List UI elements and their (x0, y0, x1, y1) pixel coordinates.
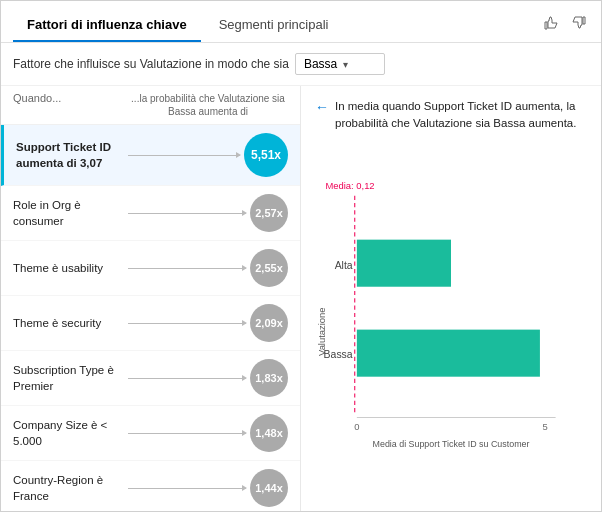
col-prob-header: ...la probabilità che Valutazione sia Ba… (128, 92, 288, 118)
col-when-header: Quando... (13, 92, 128, 118)
x-tick-0: 0 (354, 421, 359, 432)
factor-bar-area: 1,83x (128, 359, 288, 397)
chart-area: Media: 0,12 Valutazione Alta Bassa (315, 143, 587, 500)
factor-row[interactable]: Support Ticket ID aumenta di 3,075,51x (1, 125, 300, 186)
x-tick-5: 5 (543, 421, 548, 432)
factor-badge: 2,09x (250, 304, 288, 342)
factor-bar-area: 5,51x (128, 133, 288, 177)
thumbdown-icon[interactable] (569, 13, 589, 33)
tab-fattori[interactable]: Fattori di influenza chiave (13, 9, 201, 42)
factor-row[interactable]: Country-Region è France1,44x (1, 461, 300, 511)
bassa-label: Bassa (324, 348, 353, 359)
factor-badge: 1,48x (250, 414, 288, 452)
factor-name: Company Size è < 5.000 (13, 417, 128, 449)
tooltip-header: ← In media quando Support Ticket ID aume… (315, 98, 587, 133)
back-arrow-icon[interactable]: ← (315, 99, 329, 115)
factor-line (128, 433, 246, 434)
factor-name: Country-Region è France (13, 472, 128, 504)
tooltip-text: In media quando Support Ticket ID aument… (335, 98, 587, 133)
column-headers: Quando... ...la probabilità che Valutazi… (1, 86, 300, 125)
x-axis-label: Media di Support Ticket ID su Customer (373, 438, 530, 448)
factor-badge: 2,57x (250, 194, 288, 232)
factor-bar-area: 2,55x (128, 249, 288, 287)
thumbup-icon[interactable] (541, 13, 561, 33)
filter-select[interactable]: Bassa ▾ (295, 53, 385, 75)
chevron-down-icon: ▾ (343, 59, 348, 70)
chart-svg: Media: 0,12 Valutazione Alta Bassa (315, 143, 587, 500)
filter-value: Bassa (304, 57, 337, 71)
main-container: Fattori di influenza chiave Segmenti pri… (0, 0, 602, 512)
alta-label: Alta (335, 259, 353, 270)
bar-bassa (357, 329, 540, 376)
factor-bar-area: 1,44x (128, 469, 288, 507)
factor-line (128, 378, 246, 379)
factor-line (128, 268, 246, 269)
factor-name: Theme è usability (13, 260, 128, 276)
factor-name: Support Ticket ID aumenta di 3,07 (16, 139, 128, 171)
factor-badge: 1,44x (250, 469, 288, 507)
filter-row: Fattore che influisce su Valutazione in … (1, 43, 601, 86)
factor-row[interactable]: Theme è security2,09x (1, 296, 300, 351)
header: Fattori di influenza chiave Segmenti pri… (1, 1, 601, 43)
filter-label: Fattore che influisce su Valutazione in … (13, 57, 289, 71)
factor-name: Subscription Type è Premier (13, 362, 128, 394)
media-label: Media: 0,12 (325, 180, 374, 191)
factor-row[interactable]: Company Size è < 5.0001,48x (1, 406, 300, 461)
factor-bar-area: 1,48x (128, 414, 288, 452)
factor-row[interactable]: Subscription Type è Premier1,83x (1, 351, 300, 406)
factor-name: Theme è security (13, 315, 128, 331)
right-panel: ← In media quando Support Ticket ID aume… (301, 86, 601, 511)
factor-name: Role in Org è consumer (13, 197, 128, 229)
factor-badge: 1,83x (250, 359, 288, 397)
factor-bar-area: 2,09x (128, 304, 288, 342)
factor-row[interactable]: Theme è usability2,55x (1, 241, 300, 296)
left-panel: Quando... ...la probabilità che Valutazi… (1, 86, 301, 511)
main-content: Quando... ...la probabilità che Valutazi… (1, 86, 601, 511)
factor-list: Support Ticket ID aumenta di 3,075,51xRo… (1, 125, 300, 511)
factor-line (128, 323, 246, 324)
header-icons (541, 13, 589, 39)
factor-line (128, 155, 240, 156)
factor-line (128, 488, 246, 489)
bar-alta (357, 239, 451, 286)
tab-segmenti[interactable]: Segmenti principali (205, 9, 343, 42)
factor-badge: 5,51x (244, 133, 288, 177)
factor-row[interactable]: Role in Org è consumer2,57x (1, 186, 300, 241)
factor-bar-area: 2,57x (128, 194, 288, 232)
factor-badge: 2,55x (250, 249, 288, 287)
factor-line (128, 213, 246, 214)
